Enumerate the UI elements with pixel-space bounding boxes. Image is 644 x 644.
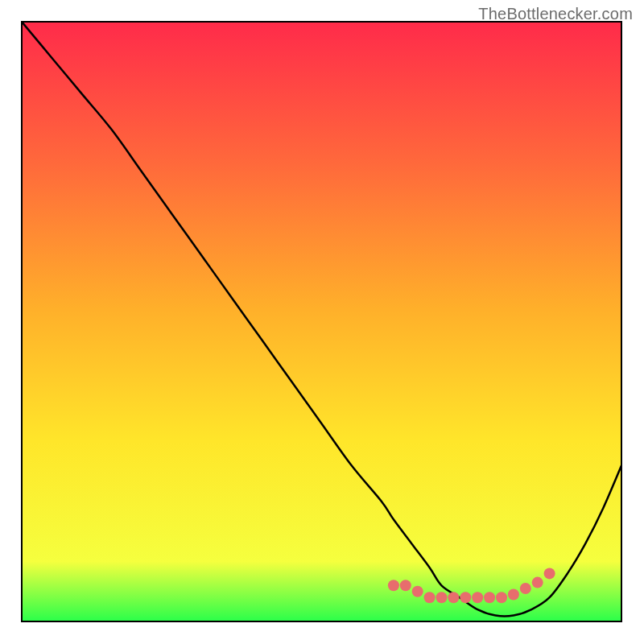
plot-background xyxy=(22,22,621,621)
sweet-spot-dot xyxy=(400,580,411,591)
chart-stage: TheBottlenecker.com xyxy=(0,0,644,644)
sweet-spot-dot xyxy=(448,592,459,603)
attribution-label: TheBottlenecker.com xyxy=(478,5,633,23)
sweet-spot-dot xyxy=(484,592,495,603)
sweet-spot-dot xyxy=(496,592,507,603)
sweet-spot-dot xyxy=(544,568,555,579)
sweet-spot-dot xyxy=(532,577,543,588)
bottleneck-chart xyxy=(0,0,644,644)
sweet-spot-dot xyxy=(424,592,436,603)
sweet-spot-dot xyxy=(460,592,471,603)
sweet-spot-dot xyxy=(520,583,531,594)
sweet-spot-dot xyxy=(412,586,423,597)
sweet-spot-dot xyxy=(436,592,448,603)
sweet-spot-dot xyxy=(472,592,483,603)
sweet-spot-dot xyxy=(508,588,519,600)
sweet-spot-dot xyxy=(388,580,399,591)
